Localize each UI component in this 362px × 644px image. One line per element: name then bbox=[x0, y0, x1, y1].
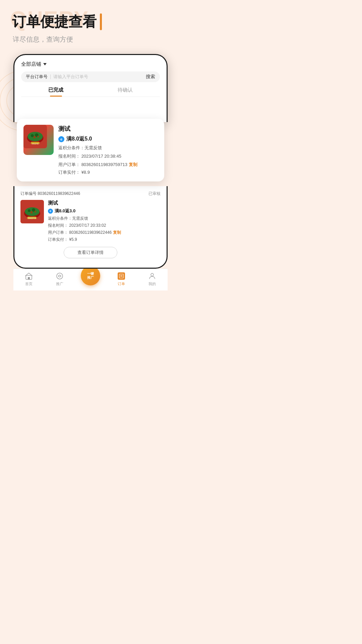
detail-condition: 返积分条件：无需反馈 bbox=[48, 215, 161, 221]
main-content: 全部店铺 平台订单号 请输入平台订单号 搜索 已完成 待确认 bbox=[13, 54, 168, 290]
svg-point-27 bbox=[151, 273, 154, 276]
store-selector[interactable]: 全部店铺 bbox=[21, 61, 160, 67]
copy-order-button[interactable]: 复制 bbox=[129, 162, 137, 167]
order-number-text: 订单编号 8036260119839622446 bbox=[20, 191, 80, 197]
svg-point-23 bbox=[57, 273, 63, 279]
orders-label: 订单 bbox=[118, 281, 125, 286]
home-icon bbox=[24, 272, 33, 280]
bottom-navigation: 首页 推广 一键 推广 bbox=[13, 269, 168, 290]
tab-pending[interactable]: 待确认 bbox=[90, 87, 160, 97]
page-title: 订单便捷查看 bbox=[12, 13, 169, 30]
search-divider bbox=[50, 74, 51, 79]
cashback-amount: 满8.0返5.0 bbox=[66, 136, 92, 143]
orders-icon bbox=[117, 272, 126, 280]
svg-point-8 bbox=[34, 136, 36, 138]
nav-promote[interactable]: 推广 bbox=[44, 272, 75, 286]
header: QUERY 订单便捷查看 详尽信息，查询方便 bbox=[0, 0, 181, 51]
svg-point-18 bbox=[35, 211, 36, 213]
food-image-small: 擂椒盖码饭 bbox=[20, 200, 44, 223]
search-button[interactable]: 搜索 bbox=[146, 74, 155, 80]
my-icon bbox=[148, 272, 157, 280]
nav-my[interactable]: 我的 bbox=[137, 272, 168, 286]
chevron-down-icon bbox=[43, 63, 47, 65]
svg-text:擂椒盖码饭: 擂椒盖码饭 bbox=[28, 217, 36, 219]
svg-point-15 bbox=[28, 209, 31, 212]
phone-top-mockup: 全部店铺 平台订单号 请输入平台订单号 搜索 已完成 待确认 bbox=[13, 54, 168, 122]
search-bar[interactable]: 平台订单号 请输入平台订单号 搜索 bbox=[21, 71, 160, 82]
center-top-text: 一键 bbox=[87, 272, 94, 276]
order-detail-card: 订单编号 8036260119839622446 已审核 bbox=[14, 186, 167, 263]
center-promote-button[interactable]: 一键 推广 bbox=[81, 266, 100, 285]
svg-rect-24 bbox=[119, 274, 123, 278]
title-accent-bar bbox=[100, 13, 102, 30]
order-status-badge: 已审核 bbox=[148, 191, 161, 197]
order-detail-header: 订单编号 8036260119839622446 已审核 bbox=[20, 191, 161, 197]
svg-rect-22 bbox=[28, 277, 30, 279]
svg-point-17 bbox=[31, 211, 33, 214]
home-label: 首页 bbox=[25, 281, 33, 286]
nav-orders[interactable]: 订单 bbox=[106, 272, 137, 286]
my-label: 我的 bbox=[148, 281, 156, 286]
view-detail-button[interactable]: 查看订单详情 bbox=[64, 247, 117, 258]
nav-home[interactable]: 首页 bbox=[13, 272, 44, 286]
pay-value: ¥8.9 bbox=[81, 170, 90, 175]
order-user-row: 用户订单： 8036260119839759713 复制 bbox=[58, 161, 158, 168]
copy-order-btn-sm[interactable]: 复制 bbox=[113, 230, 121, 235]
svg-point-6 bbox=[31, 134, 34, 137]
detail-signup-time: 报名时间： 2023/07/17 20:33:02 bbox=[48, 222, 161, 228]
detail-pay: 订单实付： ¥5.9 bbox=[48, 236, 161, 243]
phone-bottom-mockup: 订单编号 8036260119839622446 已审核 bbox=[13, 186, 168, 269]
search-placeholder[interactable]: 请输入平台订单号 bbox=[53, 74, 143, 80]
pay-label: 订单实付： bbox=[58, 170, 80, 175]
floating-order-card: 擂椒盖码饭 测试 e 满8.0返5.0 返积分条件：无需反馈 报名时间： 202… bbox=[17, 119, 164, 181]
promote-label: 推广 bbox=[56, 281, 63, 286]
page-subtitle: 详尽信息，查询方便 bbox=[13, 35, 169, 44]
user-order-number: 8036260119839759713 bbox=[81, 162, 127, 167]
order-product-name: 测试 bbox=[58, 125, 158, 133]
search-type-label: 平台订单号 bbox=[26, 74, 48, 80]
order-info: 测试 e 满8.0返5.0 返积分条件：无需反馈 报名时间： 2023/07/1… bbox=[58, 125, 158, 175]
order-signup-time: 报名时间： 2023/07/17 20:38:45 bbox=[58, 153, 158, 160]
svg-point-9 bbox=[37, 136, 39, 137]
store-label: 全部店铺 bbox=[21, 61, 41, 67]
tabs-row: 已完成 待确认 bbox=[21, 87, 160, 97]
cashback-text-sm: 满8.0返3.0 bbox=[55, 208, 75, 214]
promote-icon bbox=[55, 272, 64, 280]
order-condition: 返积分条件：无需反馈 bbox=[58, 145, 158, 152]
svg-text:擂椒盖码饭: 擂椒盖码饭 bbox=[32, 143, 39, 145]
user-order-label: 用户订单： bbox=[58, 162, 80, 167]
signup-value: 2023/07/17 20:38:45 bbox=[81, 154, 121, 159]
title-text: 订单便捷查看 bbox=[12, 14, 97, 30]
order-item-row: 擂椒盖码饭 测试 e 满8.0返3.0 返积分条件：无需反馈 报名时间： bbox=[20, 200, 161, 244]
tab-completed[interactable]: 已完成 bbox=[21, 87, 90, 97]
cashback-icon-sm: e bbox=[48, 209, 53, 214]
cashback-icon: e bbox=[58, 136, 64, 142]
order-pay-row: 订单实付： ¥8.9 bbox=[58, 169, 158, 175]
center-bottom-text: 推广 bbox=[87, 276, 94, 280]
signup-label: 报名时间： bbox=[58, 154, 80, 159]
detail-user-order: 用户订单： 8036260119839622446 复制 bbox=[48, 229, 161, 235]
nav-center-promote[interactable]: 一键 推广 bbox=[75, 273, 106, 285]
item-name: 测试 bbox=[48, 200, 161, 206]
food-image: 擂椒盖码饭 bbox=[23, 125, 54, 155]
order-item-info: 测试 e 满8.0返3.0 返积分条件：无需反馈 报名时间： 2023/07/1… bbox=[48, 200, 161, 244]
